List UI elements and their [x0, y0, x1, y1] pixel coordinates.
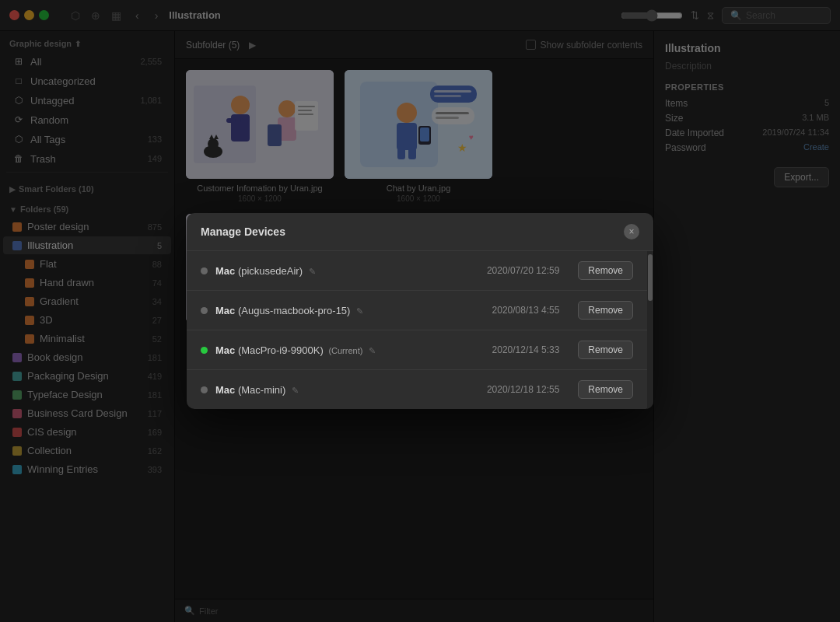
device-status-dot-4	[201, 386, 208, 393]
device-row-2: Mac (Augus-macbook-pro-15) ✎ 2020/08/13 …	[187, 291, 647, 330]
modal-overlay[interactable]: Manage Devices × Mac (pickusedeAir) ✎	[0, 0, 840, 622]
device-date-1: 2020/07/20 12:59	[487, 265, 559, 276]
device-name-2: Mac (Augus-macbook-pro-15)	[215, 305, 353, 316]
device-edit-icon-4[interactable]: ✎	[292, 386, 299, 395]
modal-scrollbar: Mac (pickusedeAir) ✎ 2020/07/20 12:59 Re…	[187, 251, 653, 409]
device-edit-icon-1[interactable]: ✎	[309, 267, 316, 276]
device-date-4: 2020/12/18 12:55	[487, 384, 559, 395]
modal-close-button[interactable]: ×	[624, 224, 639, 239]
manage-devices-modal: Manage Devices × Mac (pickusedeAir) ✎	[187, 213, 653, 409]
device-name-1: Mac (pickusedeAir)	[215, 265, 306, 277]
modal-title: Manage Devices	[201, 225, 285, 238]
device-row-4: Mac (Mac-mini) ✎ 2020/12/18 12:55 Remove	[187, 370, 647, 409]
modal-header: Manage Devices ×	[187, 213, 653, 251]
modal-scrolltrack[interactable]	[647, 251, 653, 409]
device-list: Mac (pickusedeAir) ✎ 2020/07/20 12:59 Re…	[187, 251, 647, 409]
device-remove-button-2[interactable]: Remove	[578, 301, 633, 320]
device-date-3: 2020/12/14 5:33	[492, 344, 560, 355]
device-edit-icon-2[interactable]: ✎	[356, 306, 363, 316]
device-info-3: Mac (MacPro-i9-9900K) (Current) ✎	[215, 344, 485, 356]
device-remove-button-1[interactable]: Remove	[578, 261, 633, 280]
device-status-dot-1	[201, 267, 208, 274]
device-row-1: Mac (pickusedeAir) ✎ 2020/07/20 12:59 Re…	[187, 251, 647, 291]
device-name-4: Mac (Mac-mini)	[215, 384, 289, 396]
device-date-2: 2020/08/13 4:55	[492, 305, 560, 316]
device-name-3: Mac (MacPro-i9-9900K) (Current)	[215, 344, 366, 356]
device-status-dot-3	[201, 347, 208, 354]
device-edit-icon-3[interactable]: ✎	[369, 346, 376, 355]
device-info-2: Mac (Augus-macbook-pro-15) ✎	[215, 305, 485, 316]
device-status-dot-2	[201, 307, 208, 314]
modal-scrollthumb[interactable]	[648, 254, 653, 301]
device-remove-button-3[interactable]: Remove	[578, 341, 633, 359]
device-info-1: Mac (pickusedeAir) ✎	[215, 265, 479, 277]
device-row-3: Mac (MacPro-i9-9900K) (Current) ✎ 2020/1…	[187, 330, 647, 370]
device-remove-button-4[interactable]: Remove	[578, 380, 633, 399]
device-info-4: Mac (Mac-mini) ✎	[215, 384, 479, 396]
modal-body: Mac (pickusedeAir) ✎ 2020/07/20 12:59 Re…	[187, 251, 653, 409]
